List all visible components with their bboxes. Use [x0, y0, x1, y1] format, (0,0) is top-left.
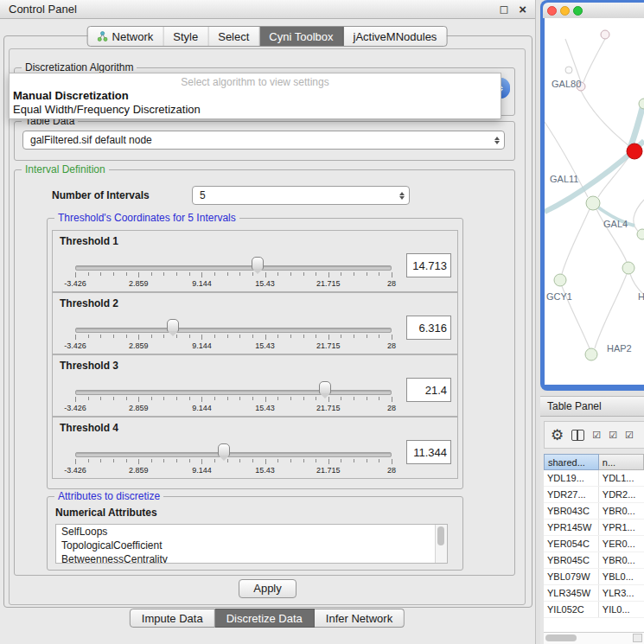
table-panel-titlebar: Table Panel — [540, 397, 644, 417]
network-node[interactable] — [622, 262, 634, 274]
threshold-panel-1: Threshold 1 -3.4262.8599.14415.4321.7152… — [52, 230, 458, 292]
table-cell: YBL079W — [544, 569, 599, 584]
apply-button[interactable]: Apply — [239, 579, 296, 598]
slider-ticks — [75, 272, 392, 277]
slider-handle[interactable] — [218, 443, 230, 456]
checkbox-icon[interactable]: ☑ — [625, 430, 634, 440]
table-row[interactable]: YDL19...YDL1... — [544, 470, 644, 487]
slider-handle[interactable] — [252, 257, 264, 270]
dropdown-option-manual[interactable]: Manual Discretization — [10, 89, 501, 103]
minimize-icon[interactable]: ◻ — [499, 3, 508, 15]
network-node[interactable] — [565, 67, 572, 73]
table-cell: YPR145W — [544, 520, 599, 535]
threshold-panel-3: Threshold 3 -3.4262.8599.14415.4321.7152… — [52, 354, 458, 417]
node-label: GAL11 — [550, 174, 578, 184]
minimize-traffic-light[interactable] — [560, 6, 570, 16]
tab-label: Network — [112, 30, 154, 43]
attribute-item[interactable]: SelfLoops — [56, 525, 447, 539]
threshold-label: Threshold 1 — [60, 235, 118, 247]
slider-ticks — [75, 459, 392, 464]
tab-label: Style — [173, 30, 198, 43]
columns-icon[interactable] — [571, 430, 584, 441]
tab-jactivemnodules[interactable]: jActiveMNodules — [344, 27, 447, 46]
dropdown-option-equal-width[interactable]: Equal Width/Frequency Discretization — [10, 103, 501, 117]
network-node[interactable] — [554, 274, 566, 286]
slider-scale-labels: -3.4262.8599.14415.4321.71528 — [75, 341, 392, 351]
threshold-2-slider[interactable]: -3.4262.8599.14415.4321.71528 — [75, 316, 392, 354]
threshold-value-field[interactable]: 14.713 — [406, 253, 451, 277]
slider-track[interactable] — [75, 328, 392, 333]
slider-track[interactable] — [75, 452, 392, 457]
slider-track[interactable] — [75, 390, 392, 395]
tab-select[interactable]: Select — [208, 27, 259, 46]
slider-handle[interactable] — [167, 319, 179, 332]
control-panel-tabs: Network Style Select Cyni Toolbox jActiv… — [87, 26, 448, 47]
tab-network[interactable]: Network — [88, 27, 164, 46]
zoom-traffic-light[interactable] — [573, 6, 583, 16]
node-label: HAP2 — [607, 343, 632, 354]
table-row[interactable]: YIL052CYIL0... — [544, 602, 644, 618]
control-panel: Control Panel ◻ × Network Style Select C… — [0, 0, 536, 644]
table-cell: YBL0... — [599, 569, 644, 584]
slider-scale-labels: -3.4262.8599.14415.4321.71528 — [75, 404, 392, 413]
network-node[interactable] — [585, 348, 597, 360]
tab-infer-network[interactable]: Infer Network — [315, 609, 405, 628]
table-cell: YER054C — [544, 536, 599, 552]
slider-handle[interactable] — [319, 381, 331, 394]
table-data-combo-value: galFiltered.sif default node — [23, 134, 490, 146]
tab-style[interactable]: Style — [163, 27, 208, 46]
table-cell: YLR345W — [544, 585, 599, 601]
table-row[interactable]: YER054CYER0... — [544, 536, 644, 552]
network-node-red-selected[interactable] — [627, 143, 642, 159]
threshold-value-field[interactable]: 11.344 — [406, 440, 451, 464]
threshold-panel-2: Threshold 2 -3.4262.8599.14415.4321.7152… — [52, 292, 458, 354]
algorithm-dropdown-list: Select algorithm to view settings Manual… — [9, 73, 501, 119]
tab-discretize-data[interactable]: Discretize Data — [215, 609, 315, 628]
tab-cyni-toolbox[interactable]: Cyni Toolbox — [259, 27, 343, 46]
table-cell: YDL1... — [599, 470, 644, 486]
checkbox-icon[interactable]: ☑ — [592, 430, 601, 440]
table-header-row: shared... n... — [544, 454, 644, 470]
node-attribute-table: shared... n... YDL19...YDL1...YDR27...YD… — [544, 454, 644, 632]
close-icon[interactable]: × — [519, 3, 526, 16]
threshold-3-slider[interactable]: -3.4262.8599.14415.4321.71528 — [75, 378, 392, 416]
threshold-panel-4: Threshold 4 -3.4262.8599.14415.4321.7152… — [52, 417, 458, 479]
network-node[interactable] — [601, 30, 609, 39]
thresholds-group-title: Threshold's Coordinates for 5 Intervals — [54, 212, 239, 224]
table-row[interactable]: YBR045CYBR0... — [544, 552, 644, 569]
cyni-mode-tabs: Impute Data Discretize Data Infer Networ… — [130, 609, 405, 628]
column-header-shared-name[interactable]: shared... — [544, 454, 599, 470]
attributes-list: SelfLoops TopologicalCoefficient Between… — [55, 524, 448, 564]
node-label: GAL80 — [552, 79, 581, 89]
table-cell: YBR0... — [599, 503, 644, 519]
attributes-scrollbar[interactable] — [435, 525, 447, 563]
attribute-item[interactable]: TopologicalCoefficient — [56, 539, 447, 552]
node-label: GCY1 — [546, 291, 572, 302]
checkbox-icon[interactable]: ☑ — [609, 430, 617, 440]
network-canvas[interactable]: GAL80 GAL11 GAL4 GCY1 HAP2 H — [545, 18, 644, 385]
tab-impute-data[interactable]: Impute Data — [130, 609, 215, 628]
slider-ticks — [75, 335, 392, 340]
scrollbar-corner[interactable] — [633, 634, 642, 642]
threshold-value-field[interactable]: 21.4 — [406, 378, 451, 402]
threshold-4-slider[interactable]: -3.4262.8599.14415.4321.71528 — [75, 440, 392, 478]
threshold-value-field[interactable]: 6.316 — [406, 316, 451, 340]
column-header-name[interactable]: n... — [599, 454, 644, 470]
close-traffic-light[interactable] — [547, 6, 557, 16]
control-panel-titlebar: Control Panel ◻ × — [0, 0, 535, 19]
gear-icon[interactable]: ⚙ — [551, 428, 564, 443]
network-node[interactable] — [586, 196, 600, 210]
table-row[interactable]: YLR345WYLR3... — [544, 585, 644, 602]
table-data-combo[interactable]: galFiltered.sif default node — [22, 131, 505, 150]
table-row[interactable]: YBR043CYBR0... — [544, 503, 644, 520]
table-horizontal-scrollbar[interactable] — [544, 632, 644, 644]
table-row[interactable]: YBL079WYBL0... — [544, 569, 644, 585]
num-intervals-combo[interactable]: 5 — [192, 186, 410, 205]
slider-track[interactable] — [75, 265, 392, 271]
table-row[interactable]: YDR27...YDR2... — [544, 487, 644, 503]
attribute-item[interactable]: BetweennessCentrality — [56, 552, 447, 564]
threshold-1-slider[interactable]: -3.4262.8599.14415.4321.71528 — [75, 253, 392, 291]
network-node[interactable] — [637, 229, 644, 239]
numerical-attributes-label: Numerical Attributes — [55, 507, 157, 519]
table-row[interactable]: YPR145WYPR1... — [544, 520, 644, 536]
